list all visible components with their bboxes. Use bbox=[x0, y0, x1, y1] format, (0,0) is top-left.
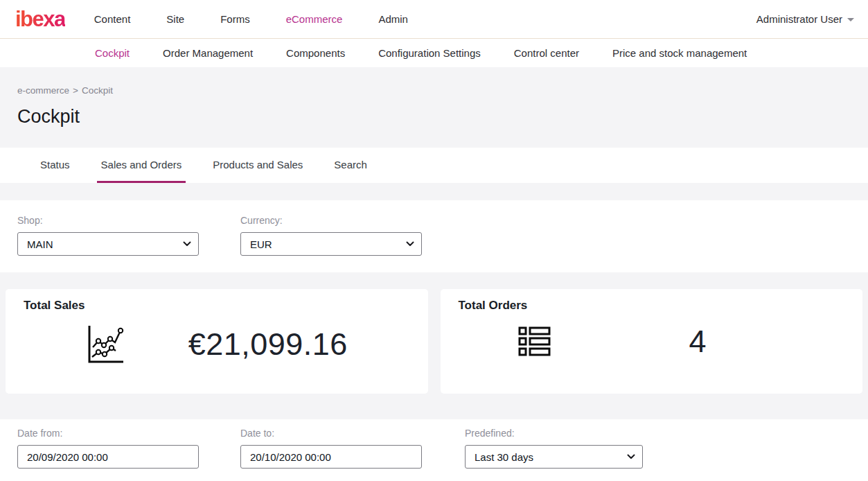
total-orders-value: 4 bbox=[551, 324, 845, 360]
predefined-label: Predefined: bbox=[465, 428, 643, 439]
subnav-item-order-management[interactable]: Order Management bbox=[163, 47, 253, 59]
line-chart-icon bbox=[83, 324, 126, 365]
shop-label: Shop: bbox=[17, 215, 199, 226]
breadcrumb-current: Cockpit bbox=[82, 85, 113, 96]
currency-select[interactable]: EUR bbox=[240, 232, 422, 256]
shop-field: Shop: MAIN bbox=[17, 215, 199, 256]
menu-item-site[interactable]: Site bbox=[166, 13, 184, 25]
subnav-item-components[interactable]: Components bbox=[286, 47, 345, 59]
menu-item-forms[interactable]: Forms bbox=[220, 13, 250, 25]
tab-search[interactable]: Search bbox=[330, 148, 371, 183]
breadcrumb-separator: > bbox=[73, 85, 78, 96]
main-menu: Content Site Forms eCommerce Admin bbox=[94, 13, 408, 25]
ibexa-logo[interactable]: ibexa bbox=[15, 8, 65, 30]
user-menu-label: Administrator User bbox=[756, 13, 842, 25]
shop-select[interactable]: MAIN bbox=[17, 232, 199, 256]
menu-item-content[interactable]: Content bbox=[94, 13, 131, 25]
predefined-range-select[interactable]: Last 30 days bbox=[465, 445, 643, 469]
predefined-field: Predefined: Last 30 days bbox=[465, 428, 643, 469]
tab-status[interactable]: Status bbox=[36, 148, 74, 183]
date-from-input[interactable] bbox=[17, 445, 199, 469]
subnav-item-price-stock-management[interactable]: Price and stock management bbox=[612, 47, 747, 59]
currency-field: Currency: EUR bbox=[240, 215, 422, 256]
breadcrumb: e-commerce>Cockpit bbox=[17, 85, 868, 96]
date-from-label: Date from: bbox=[17, 428, 199, 439]
subnav-item-cockpit[interactable]: Cockpit bbox=[95, 47, 130, 59]
cockpit-tab-bar: Status Sales and Orders Products and Sal… bbox=[0, 148, 868, 183]
orders-list-icon bbox=[518, 325, 551, 358]
shop-currency-filter-panel: Shop: MAIN Currency: EUR bbox=[0, 200, 868, 272]
kpi-cards: Total Sales €21,099.16 Total Or bbox=[6, 289, 862, 394]
menu-item-ecommerce[interactable]: eCommerce bbox=[286, 13, 343, 25]
breadcrumb-parent[interactable]: e-commerce bbox=[17, 85, 69, 96]
user-menu[interactable]: Administrator User bbox=[756, 13, 854, 25]
total-sales-value: €21,099.16 bbox=[126, 326, 410, 362]
date-to-input[interactable] bbox=[240, 445, 422, 469]
chevron-down-icon bbox=[847, 18, 854, 21]
tab-sales-and-orders[interactable]: Sales and Orders bbox=[97, 148, 186, 183]
total-sales-title: Total Sales bbox=[24, 299, 410, 313]
total-sales-card: Total Sales €21,099.16 bbox=[6, 289, 428, 394]
top-navigation-bar: ibexa Content Site Forms eCommerce Admin… bbox=[0, 0, 868, 39]
total-orders-title: Total Orders bbox=[459, 299, 845, 313]
subnav-item-control-center[interactable]: Control center bbox=[514, 47, 579, 59]
subnav-item-configuration-settings[interactable]: Configuration Settings bbox=[378, 47, 481, 59]
ecommerce-sub-navigation: Cockpit Order Management Components Conf… bbox=[0, 39, 868, 67]
tab-products-and-sales[interactable]: Products and Sales bbox=[209, 148, 307, 183]
page-title: Cockpit bbox=[17, 106, 868, 128]
currency-label: Currency: bbox=[240, 215, 422, 226]
date-range-panel: Date from: Date to: Predefined: Last 30 … bbox=[0, 419, 868, 481]
date-to-label: Date to: bbox=[240, 428, 422, 439]
total-orders-card: Total Orders 4 bbox=[441, 289, 863, 394]
menu-item-admin[interactable]: Admin bbox=[378, 13, 408, 25]
date-to-field: Date to: bbox=[240, 428, 422, 469]
date-from-field: Date from: bbox=[17, 428, 199, 469]
